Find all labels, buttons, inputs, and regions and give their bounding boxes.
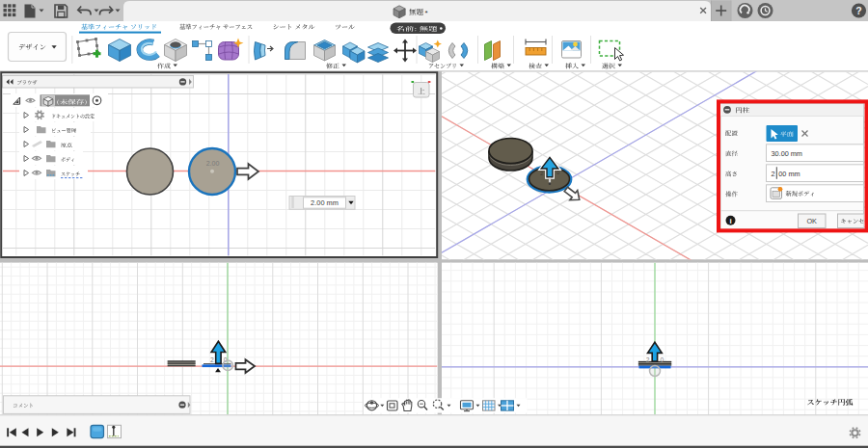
svg-text:30.00 mm: 30.00 mm — [772, 149, 802, 158]
svg-text:2: 2 — [210, 356, 214, 363]
svg-text:OK: OK — [806, 217, 817, 225]
svg-text:2: 2 — [646, 356, 650, 363]
svg-text:0: 0 — [660, 356, 664, 363]
svg-text:i: i — [729, 217, 731, 225]
svg-text:2.00 mm: 2.00 mm — [311, 198, 339, 207]
svg-text:2: 2 — [772, 170, 775, 178]
svg-text:00 mm: 00 mm — [778, 170, 800, 178]
svg-text:?: ? — [855, 5, 861, 16]
svg-text:*: * — [425, 9, 428, 17]
svg-text:2: 2 — [540, 171, 543, 176]
svg-text:2.00: 2.00 — [206, 160, 220, 167]
